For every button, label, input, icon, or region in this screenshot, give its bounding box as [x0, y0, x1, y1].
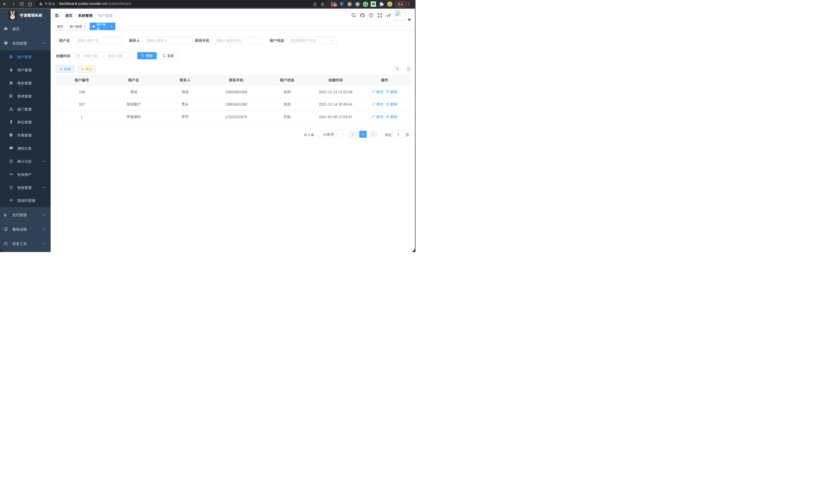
svg-text:⌘: ⌘: [348, 3, 351, 6]
